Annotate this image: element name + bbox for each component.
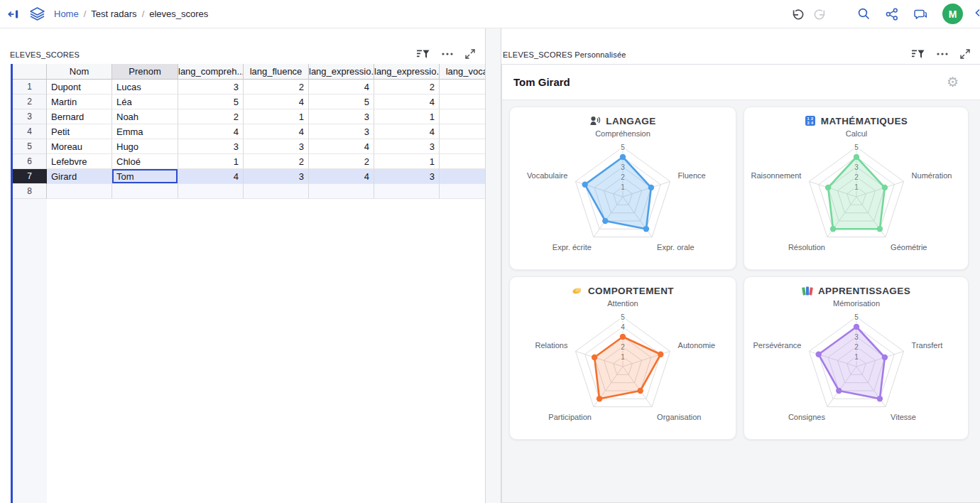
gear-icon[interactable]: ⚙ [947, 75, 959, 89]
widget-header: Tom Girard ⚙ [502, 65, 980, 100]
svg-text:Calcul: Calcul [845, 129, 867, 138]
cell[interactable]: Martin [47, 94, 112, 109]
cell[interactable]: 3 [244, 169, 309, 184]
column-header-nom[interactable]: Nom [47, 64, 112, 80]
table-row: 1DupontLucas3242 [13, 80, 485, 94]
cell[interactable]: 4 [244, 94, 309, 109]
doc-layers-icon[interactable] [29, 7, 45, 21]
cell[interactable] [440, 109, 485, 124]
cell[interactable] [440, 139, 485, 154]
cell[interactable]: 5 [309, 94, 374, 109]
cell[interactable]: Hugo [112, 139, 178, 154]
redo-icon[interactable] [814, 8, 827, 21]
cell[interactable] [47, 184, 112, 199]
books-icon [802, 285, 813, 296]
cell[interactable] [440, 154, 485, 169]
row-number[interactable]: 6 [13, 154, 47, 169]
svg-text:Fluence: Fluence [678, 171, 706, 180]
cell[interactable] [440, 94, 485, 109]
table-section-actions [417, 49, 475, 59]
cell[interactable]: 5 [178, 94, 244, 109]
cell[interactable]: 1 [374, 154, 440, 169]
widget-section-actions [912, 49, 970, 59]
cell[interactable]: 4 [309, 80, 374, 94]
row-number[interactable]: 2 [13, 94, 47, 109]
cell[interactable]: 3 [309, 109, 374, 124]
row-number[interactable]: 5 [13, 139, 47, 154]
row-number[interactable]: 7 [13, 169, 47, 184]
row-number[interactable]: 3 [13, 109, 47, 124]
cell[interactable]: 4 [374, 124, 440, 139]
cell[interactable]: 4 [309, 139, 374, 154]
breadcrumb-home-link[interactable]: Home [54, 9, 79, 19]
expand-section-icon[interactable] [960, 49, 970, 59]
cell[interactable]: 3 [244, 139, 309, 154]
search-icon[interactable] [857, 7, 871, 21]
radar-chart: 12345AttentionAutonomieOrganisationParti… [511, 296, 735, 434]
share-icon[interactable] [886, 8, 898, 21]
cell[interactable]: 3 [374, 139, 440, 154]
active-cell[interactable]: Tom [112, 169, 178, 184]
avatar[interactable]: M [942, 4, 963, 24]
cell[interactable]: 3 [374, 169, 440, 184]
cell[interactable]: 2 [244, 80, 309, 94]
cell[interactable]: 2 [374, 80, 440, 94]
svg-text:Expr. orale: Expr. orale [657, 243, 695, 252]
cell[interactable]: 1 [178, 154, 244, 169]
cell[interactable]: Chloé [112, 154, 178, 169]
cell[interactable]: 4 [244, 124, 309, 139]
cell[interactable]: 4 [309, 169, 374, 184]
cell[interactable] [440, 184, 485, 199]
column-header-prenom[interactable]: Prenom [112, 64, 178, 80]
column-header-lang-compreh-[interactable]: lang_compreh... [178, 64, 244, 80]
cell[interactable]: Dupont [47, 80, 112, 94]
cell[interactable]: 2 [244, 154, 309, 169]
select-all-corner[interactable] [13, 64, 47, 80]
cell[interactable]: Moreau [47, 139, 112, 154]
section-menu-icon[interactable] [937, 53, 948, 55]
cell[interactable]: Lefebvre [47, 154, 112, 169]
row-number[interactable]: 4 [13, 124, 47, 139]
right-panel-toggle-icon[interactable] [974, 7, 980, 21]
column-header-lang-expressio-[interactable]: lang_expressio... [309, 64, 374, 80]
cell[interactable]: 3 [309, 124, 374, 139]
comments-icon[interactable] [913, 8, 927, 21]
hide-left-panel-icon[interactable] [7, 9, 19, 20]
cell[interactable]: 2 [178, 109, 244, 124]
cell[interactable]: Petit [47, 124, 112, 139]
cell[interactable]: Emma [112, 124, 178, 139]
column-header-lang-fluence[interactable]: lang_fluence [244, 64, 309, 80]
cell[interactable]: Lucas [112, 80, 178, 94]
cell[interactable]: 4 [178, 169, 244, 184]
column-header-lang-expressio-[interactable]: lang_expressio... [374, 64, 440, 80]
row-number[interactable]: 1 [13, 80, 47, 94]
cell[interactable] [440, 124, 485, 139]
filter-icon[interactable] [912, 49, 925, 59]
cell[interactable]: 4 [178, 124, 244, 139]
breadcrumb-page[interactable]: eleves_scores [149, 9, 208, 19]
breadcrumb-workspace[interactable]: Test radars [91, 9, 136, 19]
cell[interactable]: Bernard [47, 109, 112, 124]
cell[interactable]: 4 [374, 94, 440, 109]
cell[interactable]: 1 [374, 109, 440, 124]
cell[interactable] [309, 184, 374, 199]
cell[interactable]: 3 [178, 80, 244, 94]
cell[interactable] [440, 169, 485, 184]
cell[interactable] [112, 184, 178, 199]
cell[interactable]: 3 [178, 139, 244, 154]
cell[interactable] [178, 184, 244, 199]
cell[interactable] [244, 184, 309, 199]
cell[interactable] [440, 80, 485, 94]
section-menu-icon[interactable] [442, 53, 453, 55]
cell[interactable]: 1 [244, 109, 309, 124]
undo-icon[interactable] [790, 8, 804, 21]
cell[interactable]: Léa [112, 94, 178, 109]
cell[interactable] [374, 184, 440, 199]
cell[interactable]: 2 [309, 154, 374, 169]
column-header-lang-vocabu[interactable]: lang_vocabu [440, 64, 485, 80]
cell[interactable]: Girard [47, 169, 112, 184]
expand-section-icon[interactable] [465, 49, 475, 59]
filter-icon[interactable] [417, 49, 430, 59]
cell[interactable]: Noah [112, 109, 178, 124]
row-number[interactable]: 8 [13, 184, 47, 199]
